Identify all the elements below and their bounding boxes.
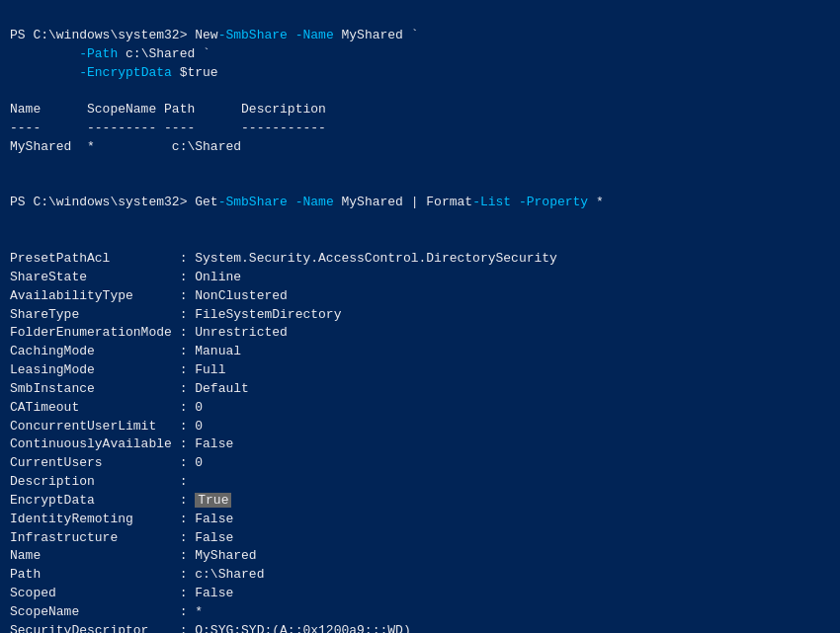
property-key: PresetPathAcl — [10, 251, 180, 266]
property-value: : 0 — [180, 419, 203, 434]
property-key: SmbInstance — [10, 381, 180, 396]
property-key: Name — [10, 548, 180, 563]
terminal-window: PS C:\windows\system32> New-SmbShare -Na… — [10, 8, 830, 625]
continuation-line: -EncryptData $true — [10, 65, 218, 80]
property-key: ScopeName — [10, 604, 180, 619]
property-value: : False — [180, 436, 234, 451]
property-row: CurrentUsers : 0 — [10, 455, 203, 470]
property-value: : False — [180, 512, 234, 526]
terminal-content: PS C:\windows\system32> New-SmbShare -Na… — [10, 28, 704, 633]
property-key: EncryptData — [10, 493, 180, 508]
property-key: AvailabilityType — [10, 288, 180, 303]
property-value: : System.Security.AccessControl.Director… — [180, 251, 557, 266]
continuation-line: -Path c:\Shared ` — [10, 46, 210, 61]
property-row: Description : — [10, 474, 187, 489]
property-value: : — [180, 493, 196, 508]
property-key: Infrastructure — [10, 530, 180, 545]
property-row: SecurityDescriptor : O:SYG:SYD:(A;;0x120… — [10, 623, 411, 633]
property-row: Scoped : False — [10, 586, 233, 600]
property-value: : c:\Shared — [180, 567, 265, 582]
property-value: : NonClustered — [180, 288, 288, 303]
property-row: SmbInstance : Default — [10, 381, 249, 396]
property-value: : O:SYG:SYD:(A;;0x1200a9;;;WD) — [180, 623, 411, 633]
property-key: ShareState — [10, 270, 180, 284]
property-key: Description — [10, 474, 180, 489]
property-value: : 0 — [180, 400, 203, 415]
property-value: : FileSystemDirectory — [180, 307, 342, 322]
property-key: LeasingMode — [10, 362, 180, 377]
property-value: : 0 — [180, 455, 203, 470]
property-row: ContinuouslyAvailable : False — [10, 436, 233, 451]
highlight-value: True — [195, 493, 231, 508]
property-row: AvailabilityType : NonClustered — [10, 288, 288, 303]
property-row: ShareType : FileSystemDirectory — [10, 307, 341, 322]
property-key: CATimeout — [10, 400, 180, 415]
property-key: CurrentUsers — [10, 455, 180, 470]
property-row: ScopeName : * — [10, 604, 203, 619]
prompt: PS C:\windows\system32> — [10, 195, 195, 209]
property-value: : — [180, 474, 188, 489]
property-key: Scoped — [10, 586, 180, 600]
property-key: ContinuouslyAvailable — [10, 436, 180, 451]
property-key: ConcurrentUserLimit — [10, 419, 180, 434]
property-row: CATimeout : 0 — [10, 400, 203, 415]
table-row: MyShared * c:\Shared — [10, 139, 241, 154]
property-value: : MyShared — [180, 548, 257, 563]
property-row: CachingMode : Manual — [10, 344, 241, 358]
property-key: Path — [10, 567, 180, 582]
property-value: : * — [180, 604, 203, 619]
property-row: PresetPathAcl : System.Security.AccessCo… — [10, 251, 557, 266]
property-row: Path : c:\Shared — [10, 567, 264, 582]
table-header: ---- --------- ---- ----------- — [10, 120, 326, 135]
property-value: : Full — [180, 362, 226, 377]
property-key: CachingMode — [10, 344, 180, 358]
table-header: Name ScopeName Path Description — [10, 102, 326, 117]
property-key: FolderEnumerationMode — [10, 325, 180, 340]
command: New-SmbShare -Name MyShared ` — [195, 28, 418, 42]
property-key: SecurityDescriptor — [10, 623, 180, 633]
property-row: ShareState : Online — [10, 270, 241, 284]
property-value: : Unrestricted — [180, 325, 288, 340]
property-row: LeasingMode : Full — [10, 362, 225, 377]
property-row: Name : MyShared — [10, 548, 257, 563]
property-value: : Default — [180, 381, 249, 396]
property-row: IdentityRemoting : False — [10, 512, 233, 526]
property-row-highlight: EncryptData : True — [10, 493, 231, 508]
property-value: : False — [180, 530, 234, 545]
property-value: : False — [180, 586, 234, 600]
command: Get-SmbShare -Name MyShared | Format-Lis… — [195, 195, 604, 209]
property-row: ConcurrentUserLimit : 0 — [10, 419, 203, 434]
property-key: IdentityRemoting — [10, 512, 180, 526]
property-value: : Manual — [180, 344, 241, 358]
property-row: Infrastructure : False — [10, 530, 233, 545]
property-row: FolderEnumerationMode : Unrestricted — [10, 325, 288, 340]
prompt: PS C:\windows\system32> — [10, 28, 195, 42]
property-key: ShareType — [10, 307, 180, 322]
property-value: : Online — [180, 270, 241, 284]
